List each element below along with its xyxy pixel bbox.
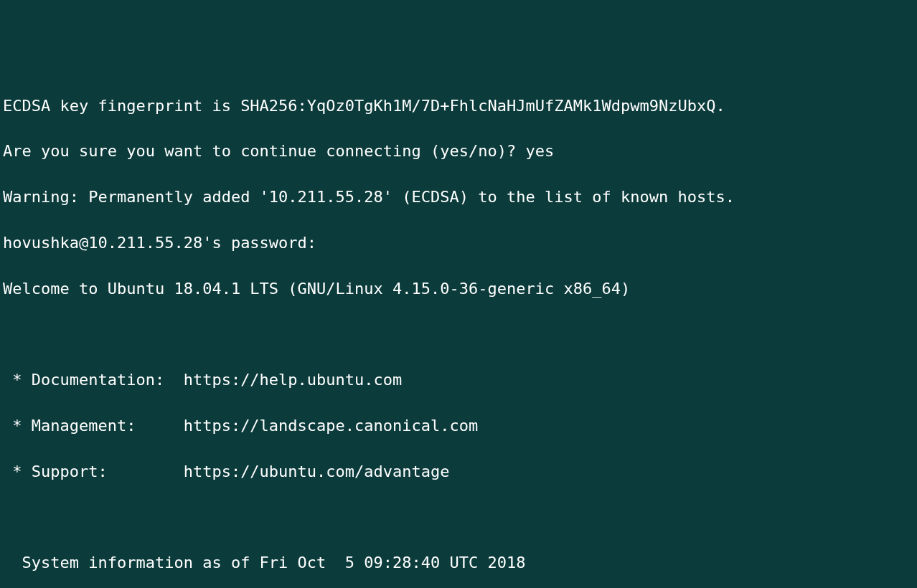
ssh-warning-line: Warning: Permanently added '10.211.55.28… (3, 186, 914, 209)
motd-support: * Support: https://ubuntu.com/advantage (3, 460, 914, 483)
motd-management: * Management: https://landscape.canonica… (3, 414, 914, 437)
ssh-confirm-line: Are you sure you want to continue connec… (3, 140, 914, 163)
blank-line (3, 323, 914, 346)
blank-line (3, 506, 914, 529)
ssh-fingerprint-line: ECDSA key fingerprint is SHA256:YqOz0TgK… (3, 95, 914, 118)
sysinfo-header: System information as of Fri Oct 5 09:28… (3, 551, 914, 574)
motd-documentation: * Documentation: https://help.ubuntu.com (3, 369, 914, 392)
ssh-password-line: hovushka@10.211.55.28's password: (3, 232, 914, 255)
welcome-banner: Welcome to Ubuntu 18.04.1 LTS (GNU/Linux… (3, 278, 914, 300)
